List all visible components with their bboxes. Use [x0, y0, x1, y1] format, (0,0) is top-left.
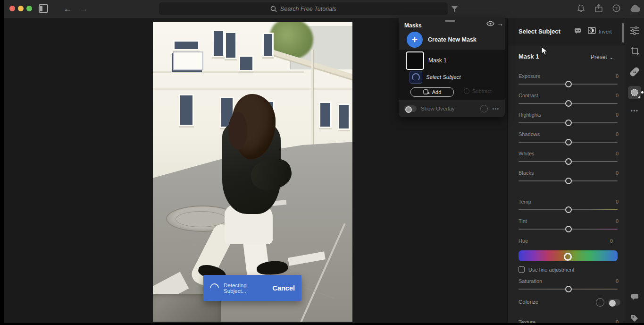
mask-edit-panel: Select Subject Invert Mask 1 Preset⌄ Exp… — [507, 18, 624, 325]
temp-slider-knob[interactable] — [565, 206, 572, 213]
minimize-window-button[interactable] — [18, 6, 24, 11]
collapse-panel-arrow-icon[interactable]: → — [497, 20, 503, 27]
mask-name-label[interactable]: Mask 1 — [428, 57, 447, 64]
saturation-slider-knob[interactable] — [565, 286, 572, 292]
forward-button[interactable]: → — [79, 4, 88, 13]
cancel-button[interactable]: Cancel — [272, 284, 295, 292]
window-left-edge — [0, 0, 4, 325]
blacks-slider-row: Blacks0 — [519, 170, 618, 189]
ellipsis-icon: ••• — [630, 108, 638, 114]
window-bottom-edge — [0, 323, 644, 325]
mask-thumbnail[interactable] — [406, 51, 424, 70]
fine-adjustment-checkbox[interactable] — [519, 266, 525, 273]
healing-tool[interactable] — [628, 65, 641, 78]
detecting-subject-dialog: Detecting Subject... Cancel — [203, 275, 301, 301]
colorize-row: Colorize — [519, 298, 618, 308]
more-tools-button[interactable]: ••• — [628, 104, 641, 118]
whites-slider-row: Whites0 — [519, 151, 618, 170]
feedback-comment-icon[interactable] — [574, 28, 581, 34]
edit-tool-strip: ••• — [624, 18, 644, 325]
photo-wall-sign — [173, 51, 203, 70]
invert-mask-icon[interactable] — [588, 27, 596, 34]
tag-icon — [630, 314, 639, 323]
exposure-slider-knob[interactable] — [565, 81, 572, 87]
crop-tool[interactable] — [628, 44, 641, 57]
contrast-slider-row: Contrast0 — [519, 93, 618, 111]
help-icon[interactable]: ? — [612, 4, 620, 12]
comments-tool[interactable] — [628, 290, 641, 303]
overlay-color-swatch[interactable] — [480, 105, 488, 112]
sliders-icon — [630, 26, 639, 35]
mask-list: Mask 1 Select Subject Add Subtract — [399, 50, 505, 100]
tool-flyout-indicator — [638, 96, 640, 98]
contrast-slider-knob[interactable] — [565, 100, 572, 107]
hue-slider-knob[interactable] — [564, 253, 572, 261]
overlay-options-icon[interactable]: ••• — [492, 106, 499, 111]
selected-tool-title: Select Subject — [519, 28, 560, 35]
svg-text:?: ? — [615, 6, 618, 11]
back-button[interactable]: ← — [63, 4, 72, 13]
photo-downpipe — [311, 50, 313, 149]
close-window-button[interactable] — [9, 6, 15, 11]
shadows-slider-knob[interactable] — [565, 139, 572, 145]
titlebar: ← → Search Free Tutorials ? — [4, 0, 644, 18]
mask-tool-label[interactable]: Select Subject — [426, 74, 461, 80]
create-new-mask-button[interactable]: + Create New Mask — [399, 30, 505, 49]
cloud-sync-icon[interactable] — [629, 5, 641, 12]
masks-panel: Masks → + Create New Mask Mask 1 Select … — [399, 18, 505, 117]
colorize-toggle[interactable] — [608, 299, 620, 306]
active-tool-dot — [641, 91, 644, 94]
invert-label[interactable]: Invert — [599, 29, 612, 34]
masking-tool-active[interactable] — [628, 86, 641, 99]
subtract-mask-icon — [464, 88, 469, 94]
search-input[interactable]: Search Free Tutorials — [159, 2, 448, 15]
sidebar-toggle-icon[interactable] — [39, 4, 48, 13]
show-overlay-toggle[interactable] — [404, 105, 417, 112]
mask-tool-thumbnail[interactable] — [410, 71, 422, 84]
preset-dropdown[interactable]: Preset⌄ — [591, 54, 613, 60]
add-to-mask-button[interactable]: Add — [410, 87, 454, 97]
tint-slider-knob[interactable] — [565, 226, 572, 232]
mask-name-heading: Mask 1 — [519, 53, 539, 60]
mouse-cursor — [541, 46, 548, 56]
edit-light-tool[interactable] — [628, 24, 641, 37]
zoom-window-button[interactable] — [26, 6, 32, 11]
mask-edit-header: Select Subject Invert — [508, 18, 624, 45]
notifications-bell-icon[interactable] — [577, 4, 585, 13]
chevron-down-icon: ⌄ — [610, 55, 613, 60]
masks-visibility-eye-icon[interactable] — [486, 21, 494, 26]
temp-slider-row: Temp0 — [519, 199, 618, 218]
highlights-slider-knob[interactable] — [565, 120, 572, 126]
saturation-slider-row: Saturation0 — [519, 278, 618, 297]
crop-icon — [630, 46, 639, 55]
healing-bandaid-icon — [630, 67, 639, 77]
plus-icon: + — [407, 32, 423, 48]
panel-drag-handle[interactable] — [445, 20, 455, 22]
photo-being-edited[interactable]: Detecting Subject... Cancel — [153, 22, 352, 322]
search-placeholder: Search Free Tutorials — [280, 6, 336, 12]
photo-subject-hair — [228, 112, 247, 150]
highlights-slider-row: Highlights0 — [519, 112, 618, 131]
mask-loading-spinner-icon — [412, 73, 420, 81]
detecting-status-text: Detecting Subject... — [224, 282, 268, 294]
subtract-from-mask-button: Subtract — [464, 88, 492, 94]
add-mask-icon — [423, 89, 430, 95]
hue-label: Hue — [519, 238, 528, 244]
show-overlay-row: Show Overlay ••• — [399, 100, 505, 117]
comment-bubble-icon — [631, 293, 639, 300]
whites-slider-knob[interactable] — [565, 158, 572, 165]
blacks-slider-knob[interactable] — [565, 178, 572, 184]
hue-value: 0 — [610, 238, 613, 244]
filter-icon[interactable] — [451, 5, 458, 12]
use-fine-adjustment-row: Use fine adjustment — [519, 266, 574, 273]
search-icon — [270, 6, 277, 12]
shadows-slider-row: Shadows0 — [519, 131, 618, 150]
exposure-slider-row: Exposure0 — [519, 73, 618, 92]
share-icon[interactable] — [594, 4, 603, 13]
colorize-color-swatch[interactable] — [596, 298, 604, 307]
tint-slider-row: Tint0 — [519, 218, 618, 237]
progress-spinner-icon — [208, 282, 221, 294]
masks-panel-title: Masks — [404, 22, 422, 29]
